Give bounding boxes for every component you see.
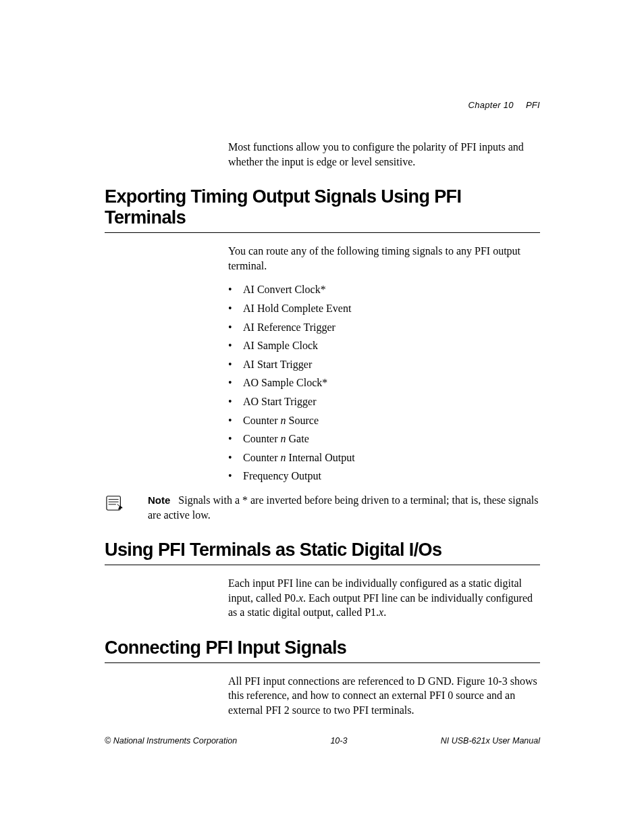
- section3-paragraph: All PFI input connections are referenced…: [228, 674, 540, 718]
- list-item: Counter n Source: [228, 413, 540, 428]
- note-label: Note: [148, 494, 170, 506]
- section1-rule: [105, 232, 540, 233]
- note-block: Note Signals with a * are inverted befor…: [105, 493, 540, 522]
- intro-paragraph: Most functions allow you to configure th…: [228, 140, 540, 169]
- list-item: AI Hold Complete Event: [228, 301, 540, 316]
- section3-rule: [105, 662, 540, 663]
- page-footer: © National Instruments Corporation 10-3 …: [105, 736, 540, 746]
- chapter-title: PFI: [526, 100, 540, 110]
- signals-list: AI Convert Clock* AI Hold Complete Event…: [228, 282, 540, 484]
- note-body: Signals with a * are inverted before bei…: [148, 494, 539, 521]
- section2-heading: Using PFI Terminals as Static Digital I/…: [105, 540, 540, 561]
- list-item: Frequency Output: [228, 469, 540, 484]
- svg-rect-0: [107, 496, 120, 510]
- list-item: AO Start Trigger: [228, 394, 540, 409]
- note-icon: [105, 494, 126, 515]
- note-text: Note Signals with a * are inverted befor…: [148, 493, 540, 522]
- section2-paragraph: Each input PFI line can be individually …: [228, 576, 540, 620]
- list-item: AO Sample Clock*: [228, 375, 540, 390]
- section1-heading: Exporting Timing Output Signals Using PF…: [105, 186, 540, 228]
- footer-right: NI USB-621x User Manual: [441, 736, 540, 746]
- list-item: AI Reference Trigger: [228, 320, 540, 335]
- list-item: AI Sample Clock: [228, 338, 540, 353]
- section2-rule: [105, 565, 540, 565]
- footer-left: © National Instruments Corporation: [105, 736, 237, 746]
- chapter-number: Chapter 10: [468, 100, 514, 110]
- list-item: AI Start Trigger: [228, 357, 540, 372]
- footer-center: 10-3: [237, 736, 441, 746]
- list-item: AI Convert Clock*: [228, 282, 540, 297]
- section1-paragraph: You can route any of the following timin…: [228, 244, 540, 273]
- list-item: Counter n Gate: [228, 432, 540, 446]
- chapter-header: Chapter 10PFI: [105, 100, 540, 110]
- list-item: Counter n Internal Output: [228, 450, 540, 465]
- section3-heading: Connecting PFI Input Signals: [105, 637, 540, 658]
